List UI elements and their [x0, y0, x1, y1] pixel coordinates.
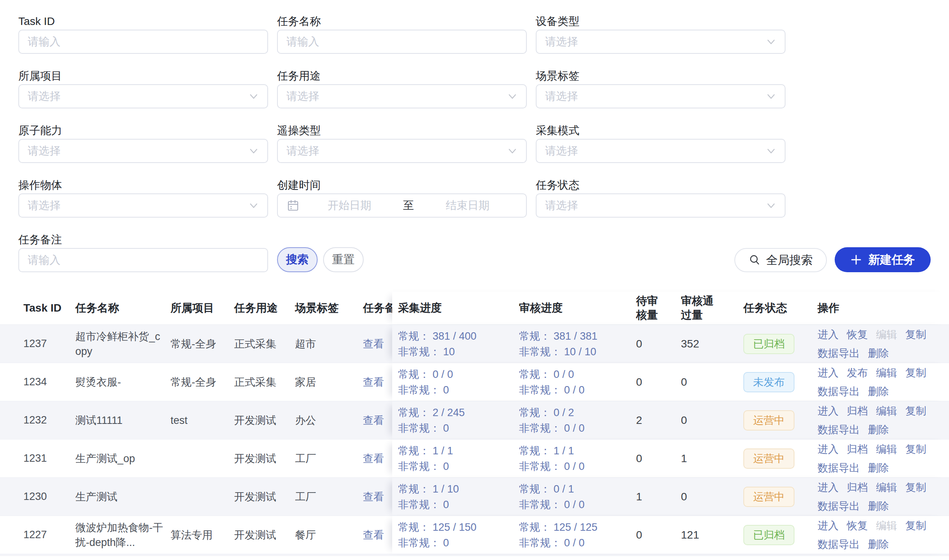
action-link[interactable]: 数据导出 — [817, 460, 860, 476]
cell-task-name: 熨烫衣服- — [75, 375, 171, 390]
next-row-partial — [0, 554, 949, 556]
collect-progress: 常规： 381 / 400非常规： 10 — [398, 328, 476, 360]
action-link[interactable]: 删除 — [868, 422, 889, 438]
select-placeholder: 请选择 — [28, 144, 60, 158]
action-link[interactable]: 进入 — [817, 326, 839, 343]
filter-label: 任务备注 — [18, 233, 268, 246]
filter-field-scene-tag: 场景标签 请选择 — [536, 69, 786, 108]
action-link[interactable]: 复制 — [905, 365, 926, 381]
cell-task-id: 1231 — [0, 452, 75, 464]
fixed-columns: 常规： 1 / 10非常规： 0 常规： 0 / 1非常规： 0 / 0 1 0… — [392, 478, 949, 516]
date-range-separator: 至 — [399, 198, 418, 213]
task-name-input[interactable] — [277, 30, 527, 54]
reset-button[interactable]: 重置 — [323, 247, 364, 272]
status-badge: 运营中 — [743, 487, 794, 507]
action-link[interactable]: 归档 — [847, 441, 868, 457]
cell-task-name: 超市冷鲜柜补货_copy — [75, 329, 171, 359]
action-link[interactable]: 发布 — [847, 365, 868, 381]
action-link[interactable]: 删除 — [868, 383, 889, 400]
review-progress: 常规： 0 / 0非常规： 0 / 0 — [519, 367, 585, 398]
action-link[interactable]: 数据导出 — [817, 536, 860, 553]
action-link[interactable]: 编辑 — [876, 365, 897, 381]
action-link[interactable]: 进入 — [817, 479, 839, 496]
action-link[interactable]: 编辑 — [876, 326, 897, 343]
action-link[interactable]: 复制 — [905, 403, 926, 419]
scene-tag-select[interactable]: 请选择 — [536, 84, 786, 108]
action-link[interactable]: 恢复 — [847, 326, 868, 343]
action-link[interactable]: 复制 — [905, 326, 926, 343]
action-link[interactable]: 删除 — [868, 460, 889, 476]
pending-count: 0 — [636, 337, 681, 351]
fixed-columns: 常规： 125 / 150非常规： 0 常规： 125 / 125非常规： 0 … — [392, 516, 949, 554]
action-link[interactable]: 数据导出 — [817, 345, 860, 362]
project-select[interactable]: 请选择 — [18, 84, 268, 108]
start-date-placeholder[interactable]: 开始日期 — [300, 198, 399, 213]
select-placeholder: 请选择 — [545, 144, 578, 158]
view-remark-link[interactable]: 查看 — [363, 337, 384, 351]
cell-project: test — [171, 413, 234, 428]
global-search-button[interactable]: 全局搜索 — [734, 248, 827, 272]
task-remark-input[interactable] — [18, 248, 268, 272]
cell-task-id: 1237 — [0, 338, 75, 350]
action-link[interactable]: 删除 — [868, 345, 889, 362]
collect-mode-select[interactable]: 请选择 — [536, 139, 786, 163]
cell-scene-tag: 办公 — [295, 413, 363, 427]
header-task-status: 任务状态 — [739, 292, 817, 324]
collect-progress: 常规： 2 / 245非常规： 0 — [398, 405, 465, 436]
action-link[interactable]: 编辑 — [876, 517, 897, 534]
action-link[interactable]: 归档 — [847, 479, 868, 496]
action-link[interactable]: 编辑 — [876, 441, 897, 457]
action-link[interactable]: 复制 — [905, 517, 926, 534]
select-placeholder: 请选择 — [545, 198, 578, 213]
view-remark-link[interactable]: 查看 — [363, 375, 384, 389]
action-link[interactable]: 数据导出 — [817, 498, 860, 514]
pending-count: 0 — [636, 528, 681, 542]
search-button[interactable]: 搜索 — [277, 247, 318, 272]
row-actions: 进入 恢复 编辑 复制 数据导出 删除 — [817, 326, 935, 362]
action-link[interactable]: 删除 — [868, 536, 889, 553]
view-remark-link[interactable]: 查看 — [363, 528, 384, 542]
cell-task-name: 生产测试 — [75, 489, 171, 504]
action-link[interactable]: 编辑 — [876, 479, 897, 496]
end-date-placeholder[interactable]: 结束日期 — [418, 198, 517, 213]
cell-purpose: 开发测试 — [234, 413, 295, 427]
create-time-range-picker[interactable]: 开始日期 至 结束日期 — [277, 193, 527, 218]
purpose-select[interactable]: 请选择 — [277, 84, 527, 108]
action-link[interactable]: 进入 — [817, 517, 839, 534]
view-remark-link[interactable]: 查看 — [363, 452, 384, 466]
action-link[interactable]: 进入 — [817, 365, 839, 381]
action-link[interactable]: 进入 — [817, 441, 839, 457]
cell-task-name: 生产测试_op — [75, 451, 171, 466]
header-approved-count: 审核通过量 — [681, 292, 739, 324]
create-task-button[interactable]: 新建任务 — [835, 247, 931, 272]
teleop-type-select[interactable]: 请选择 — [277, 139, 527, 163]
filter-grid: Task ID 任务名称 设备类型 请选择 所属项目 请选择 任务用途 请选择 — [18, 15, 931, 218]
view-remark-link[interactable]: 查看 — [363, 413, 384, 427]
view-remark-link[interactable]: 查看 — [363, 490, 384, 504]
review-progress: 常规： 125 / 125非常规： 0 / 0 — [519, 519, 597, 551]
action-link[interactable]: 编辑 — [876, 403, 897, 419]
header-task-name: 任务名称 — [75, 292, 171, 324]
filter-label: Task ID — [18, 15, 268, 28]
table-row: 1231 生产测试_op 开发测试 工厂 查看 常规： 1 / 1非常规： 0 … — [0, 439, 949, 478]
header-scene-tag: 场景标签 — [295, 292, 363, 324]
action-link[interactable]: 数据导出 — [817, 383, 860, 400]
pending-count: 2 — [636, 413, 681, 427]
action-link[interactable]: 归档 — [847, 403, 868, 419]
review-progress: 常规： 0 / 1非常规： 0 / 0 — [519, 481, 585, 512]
action-link[interactable]: 数据导出 — [817, 422, 860, 438]
atomic-ability-select[interactable]: 请选择 — [18, 139, 268, 163]
action-link[interactable]: 进入 — [817, 403, 839, 419]
fixed-columns: 常规： 0 / 0非常规： 0 常规： 0 / 0非常规： 0 / 0 0 0 … — [392, 363, 949, 401]
task-id-input[interactable] — [18, 30, 268, 54]
filter-label: 任务状态 — [536, 179, 786, 192]
operate-object-select[interactable]: 请选择 — [18, 193, 268, 218]
action-link[interactable]: 复制 — [905, 441, 926, 457]
action-link[interactable]: 复制 — [905, 479, 926, 496]
action-link[interactable]: 恢复 — [847, 517, 868, 534]
action-link[interactable]: 删除 — [868, 498, 889, 514]
status-badge: 运营中 — [743, 448, 794, 469]
approved-count: 0 — [681, 413, 739, 427]
device-type-select[interactable]: 请选择 — [536, 30, 786, 54]
task-status-select[interactable]: 请选择 — [536, 193, 786, 218]
